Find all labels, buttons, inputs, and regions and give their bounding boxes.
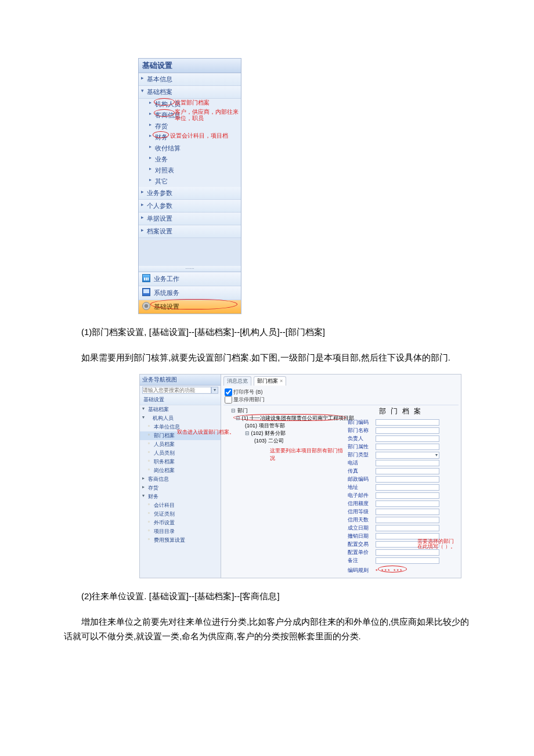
inp-found-date[interactable]	[376, 525, 439, 531]
chart-icon	[142, 274, 150, 282]
p2-li-person-type[interactable]: 人员类别	[140, 449, 221, 458]
inp-credit-days[interactable]	[376, 517, 439, 523]
lbl-credit-amt: 信用额度	[348, 500, 376, 507]
gear-icon	[142, 302, 150, 310]
nav-finance[interactable]: 财务 设置会计科目，项目档	[139, 132, 241, 143]
tab-msg-overview[interactable]: 消息总览	[223, 376, 251, 386]
close-icon[interactable]: ×	[280, 378, 283, 384]
p2-li-account[interactable]: 会计科目	[140, 501, 221, 510]
p2-li-foreign[interactable]: 外币设置	[140, 519, 221, 527]
tree-n1[interactable]: (1) 十一冶建设集团有限责任公司南宁工程项目部	[225, 415, 344, 422]
btn-biz-work-label: 业务工作	[154, 275, 179, 282]
lbl-config-price: 配置单价	[348, 549, 376, 556]
lbl-address: 地址	[348, 484, 376, 491]
inp-email[interactable]	[376, 492, 439, 499]
p2-search-input[interactable]	[142, 387, 211, 394]
p2-li-voucher-type[interactable]: 凭证类别	[140, 510, 221, 519]
nav-archive-settings[interactable]: 档案设置	[139, 225, 241, 238]
sel-dept-type[interactable]	[376, 452, 439, 459]
p2-li-budget[interactable]: 费用预算设置	[140, 536, 221, 545]
p2-form-title: 部门档案	[348, 406, 456, 416]
nav-personal-params[interactable]: 个人参数	[139, 200, 241, 213]
lbl-manager: 负责人	[348, 435, 376, 442]
inp-manager[interactable]	[376, 435, 439, 442]
anno-config-trade: 需要选择的部门在此填写（ ）。	[417, 539, 458, 549]
dropdown-icon[interactable]: ▾	[211, 387, 218, 394]
lbl-fax: 传真	[348, 467, 376, 475]
inp-fax[interactable]	[376, 468, 439, 474]
nav-basic-info[interactable]: 基本信息	[139, 73, 241, 86]
inp-address[interactable]	[376, 484, 439, 491]
lbl-config-trade: 配置交易	[348, 541, 376, 548]
nav-biz-params[interactable]: 业务参数	[139, 187, 241, 200]
inp-dept-code[interactable]	[376, 419, 439, 426]
inp-dept-name[interactable]	[376, 427, 439, 434]
lbl-dept-attr: 部门属性	[348, 443, 376, 451]
lbl-remark: 备注	[348, 557, 376, 564]
p2-li-title-archive[interactable]: 职务档案	[140, 458, 221, 466]
tree-n1b[interactable]: (102) 财务分部	[225, 430, 344, 437]
chk-show-disabled-label: 显示停用部门	[233, 397, 265, 402]
tab-dept-archive[interactable]: 部门档案×	[254, 376, 286, 386]
tree-n1c[interactable]: (103) 二公司	[225, 437, 344, 445]
panel1-title: 基础设置	[139, 59, 241, 73]
p2-li-customer-info[interactable]: 客商信息	[140, 475, 221, 484]
lbl-phone: 电话	[348, 459, 376, 467]
panel-dept-archive-view: 业务导航视图 ▾ 基础设置 基础档案 机构人员 本单位信息 部门档案 人员档案 …	[139, 374, 461, 578]
inp-phone[interactable]	[376, 460, 439, 466]
p2-li-project-dir[interactable]: 项目目录	[140, 527, 221, 536]
red-circle-icon	[154, 98, 175, 106]
nav-doc-settings[interactable]: 单据设置	[139, 213, 241, 225]
chk-show-disabled[interactable]: 显示停用部门	[225, 396, 457, 404]
nav-compare-table[interactable]: 对照表	[139, 165, 241, 176]
p2-section-title: 基础设置	[140, 395, 221, 405]
p2-tabs: 消息总览 部门档案×	[223, 376, 459, 386]
para-1: (1)部门档案设置, [基础设置]--[基础档案]--[机构人员]--[部门档案…	[64, 325, 470, 340]
chk-print-seq-input[interactable]	[225, 388, 232, 396]
p2-li-org-person[interactable]: 机构人员	[140, 414, 221, 423]
tree-n1a[interactable]: (101) 项目管车部	[225, 422, 344, 430]
para-3: (2)往来单位设置. [基础设置]--[基础档案]--[客商信息]	[64, 589, 470, 604]
chk-print-seq-label: 打印序号 (B)	[233, 389, 263, 395]
inp-credit-amt[interactable]	[376, 501, 439, 507]
inp-postal[interactable]	[376, 476, 439, 483]
nav-payment[interactable]: 收付结算	[139, 143, 241, 154]
nav-business[interactable]: 业务	[139, 154, 241, 165]
btn-basic-settings[interactable]: 基础设置	[139, 300, 241, 314]
btn-biz-work[interactable]: 业务工作	[139, 272, 241, 286]
nav-inventory[interactable]: 存货	[139, 121, 241, 132]
p2-left-title: 业务导航视图	[140, 375, 221, 386]
p2-li-finance[interactable]: 财务	[140, 492, 221, 501]
lbl-dept-type: 部门类型	[348, 451, 376, 459]
red-oval-icon	[233, 414, 346, 421]
p2-li-inventory[interactable]: 存货	[140, 484, 221, 492]
chk-print-seq[interactable]: 打印序号 (B)	[225, 388, 457, 396]
inp-dept-attr[interactable]	[376, 444, 439, 450]
anno-dbclick-dept: 双击进入设置部门档案。	[177, 429, 234, 436]
tab-dept-archive-label: 部门档案	[257, 378, 278, 384]
lbl-found-date: 成立日期	[348, 524, 376, 532]
lbl-dept-name: 部门名称	[348, 427, 376, 434]
p2-li-basic-archive[interactable]: 基础档案	[140, 405, 221, 414]
lbl-email: 电子邮件	[348, 492, 376, 499]
anno-dept-archive: 设置部门档案	[175, 99, 210, 106]
inp-remark[interactable]	[376, 557, 439, 564]
p2-dept-tree: 部门 (1) 十一冶建设集团有限责任公司南宁工程项目部 (101) 项目管车部 …	[223, 405, 345, 576]
chk-show-disabled-input[interactable]	[225, 396, 232, 404]
p2-li-dept-archive-label: 部门档案	[154, 433, 175, 438]
anno-customer: 客户，供应商，内部往来单位，职员	[175, 109, 241, 121]
nav-customer-supplier[interactable]: 客商信息 客户，供应商，内部往来单位，职员	[139, 110, 241, 121]
panel1-spacer	[139, 238, 241, 266]
p2-li-post-archive[interactable]: 岗位档案	[140, 466, 221, 475]
panel-basic-settings: 基础设置 基本信息 基础档案 机构人员 设置部门档案 客商信息 客户，供应商，内…	[138, 58, 241, 314]
btn-sys-service[interactable]: 系统服务	[139, 286, 241, 300]
lbl-credit-days: 信用天数	[348, 516, 376, 524]
p2-form: 部门档案 部门编码 部门名称 负责人 部门属性 部门类型 电话 传真 邮政编码 …	[345, 405, 459, 576]
nav-other[interactable]: 其它	[139, 176, 241, 187]
nav-basic-archive[interactable]: 基础档案	[139, 86, 241, 99]
p2-li-person-archive[interactable]: 人员档案	[140, 440, 221, 449]
panel1-dots: ·······	[139, 266, 241, 272]
inp-config-price[interactable]	[376, 549, 439, 556]
inp-credit-lvl[interactable]	[376, 509, 439, 515]
lbl-postal: 邮政编码	[348, 476, 376, 483]
